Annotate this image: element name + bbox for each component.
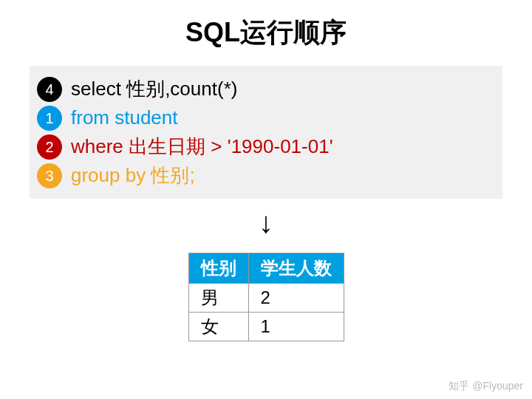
page-title: SQL运行顺序 [0, 0, 532, 66]
sql-code-groupby: group by 性别; [71, 161, 195, 190]
step-circle-1: 1 [37, 106, 62, 131]
step-circle-4: 4 [37, 77, 62, 102]
sql-code-where: where 出生日期 > '1990-01-01' [71, 132, 333, 161]
header-count: 学生人数 [248, 253, 344, 284]
result-table: 性别 学生人数 男 2 女 1 [188, 253, 344, 341]
sql-code-select: select 性别,count(*) [71, 75, 237, 103]
down-arrow-icon: ↓ [0, 206, 532, 239]
table-row: 女 1 [188, 313, 344, 341]
table-header-row: 性别 学生人数 [188, 253, 344, 284]
step-circle-2: 2 [37, 134, 62, 160]
sql-block: 4 select 性别,count(*) 1 from student 2 wh… [30, 66, 502, 199]
watermark: 知乎 @Flyouper [449, 380, 523, 393]
cell-count-male: 2 [248, 284, 344, 313]
header-gender: 性别 [188, 253, 248, 284]
sql-line-select: 4 select 性别,count(*) [37, 75, 495, 103]
cell-count-female: 1 [248, 313, 344, 341]
sql-line-from: 1 from student [37, 103, 495, 132]
table-row: 男 2 [188, 284, 344, 313]
sql-line-where: 2 where 出生日期 > '1990-01-01' [37, 132, 495, 161]
cell-gender-female: 女 [188, 313, 248, 341]
step-circle-3: 3 [37, 163, 62, 188]
sql-code-from: from student [71, 103, 178, 132]
sql-line-groupby: 3 group by 性别; [37, 161, 495, 190]
cell-gender-male: 男 [188, 284, 248, 313]
